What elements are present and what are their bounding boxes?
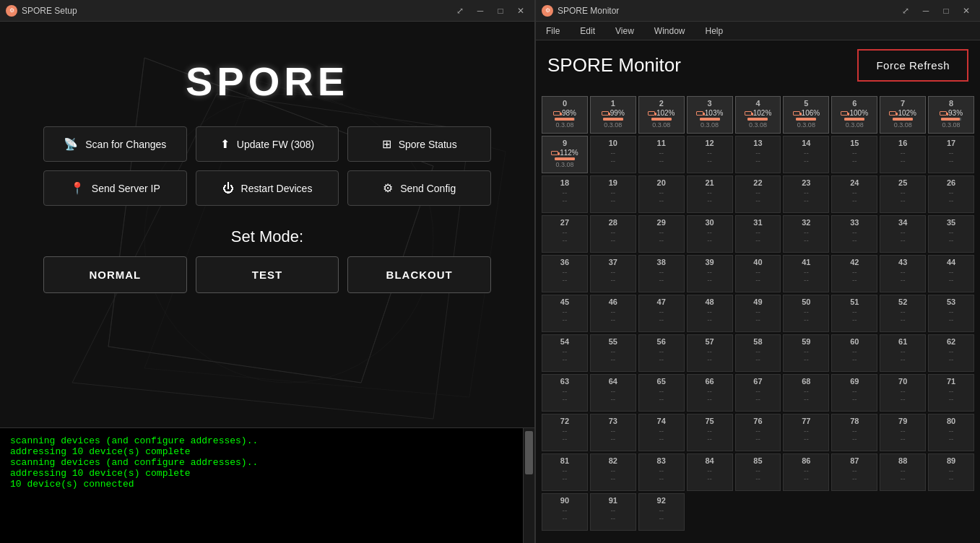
setup-close-btn[interactable]: ✕ xyxy=(513,5,529,17)
device-cell[interactable]: 28---- xyxy=(590,215,636,253)
device-cell[interactable]: 52---- xyxy=(880,295,926,332)
device-cell[interactable]: 14---- xyxy=(783,136,829,173)
menu-edit[interactable]: Edit xyxy=(576,25,599,38)
device-cell[interactable]: 42---- xyxy=(831,255,877,292)
device-cell[interactable]: 29---- xyxy=(638,215,685,253)
device-cell[interactable]: 18---- xyxy=(542,175,588,213)
device-cell[interactable]: 72---- xyxy=(542,414,588,451)
device-cell[interactable]: 21---- xyxy=(687,175,733,213)
device-cell[interactable]: 75---- xyxy=(687,414,733,451)
device-cell[interactable]: 11---- xyxy=(638,136,685,173)
device-cell[interactable]: 48---- xyxy=(687,295,733,332)
normal-mode-button[interactable]: NORMAL xyxy=(43,256,187,293)
device-cell[interactable]: 50---- xyxy=(783,295,829,332)
device-cell[interactable]: 10---- xyxy=(590,136,636,173)
device-cell[interactable]: 7 102%0.3.08 xyxy=(880,96,926,134)
device-cell[interactable]: 25---- xyxy=(880,175,926,213)
device-cell[interactable]: 24---- xyxy=(831,175,877,213)
device-cell[interactable]: 70---- xyxy=(880,374,926,412)
device-cell[interactable]: 8 93%0.3.08 xyxy=(928,96,974,134)
device-cell[interactable]: 71---- xyxy=(928,374,974,412)
device-cell[interactable]: 47---- xyxy=(638,295,685,332)
monitor-minimize-btn[interactable]: ─ xyxy=(918,5,934,17)
device-cell[interactable]: 40---- xyxy=(735,255,781,292)
device-cell[interactable]: 56---- xyxy=(638,334,685,372)
device-cell[interactable]: 60---- xyxy=(831,334,877,372)
device-cell[interactable]: 69---- xyxy=(831,374,877,412)
menu-file[interactable]: File xyxy=(542,25,564,38)
device-cell[interactable]: 63---- xyxy=(542,374,588,412)
device-cell[interactable]: 78---- xyxy=(831,414,877,451)
device-cell[interactable]: 36---- xyxy=(542,255,588,292)
monitor-resize-btn[interactable]: ⤢ xyxy=(898,5,914,17)
monitor-maximize-btn[interactable]: □ xyxy=(938,5,954,17)
device-cell[interactable]: 4 102%0.3.08 xyxy=(735,96,781,134)
send-server-ip-button[interactable]: 📍 Send Server IP xyxy=(43,170,187,206)
device-cell[interactable]: 43---- xyxy=(880,255,926,292)
device-cell[interactable]: 51---- xyxy=(831,295,877,332)
device-cell[interactable]: 17---- xyxy=(928,136,974,173)
device-cell[interactable]: 23---- xyxy=(783,175,829,213)
device-cell[interactable]: 79---- xyxy=(880,414,926,451)
device-cell[interactable]: 89---- xyxy=(928,453,974,491)
send-config-button[interactable]: ⚙ Send Config xyxy=(347,170,491,206)
device-cell[interactable]: 92---- xyxy=(638,493,685,531)
menu-view[interactable]: View xyxy=(611,25,638,38)
device-cell[interactable]: 1 99%0.3.08 xyxy=(590,96,636,134)
force-refresh-button[interactable]: Force Refresh xyxy=(857,49,968,82)
device-cell[interactable]: 85---- xyxy=(735,453,781,491)
device-cell[interactable]: 16---- xyxy=(880,136,926,173)
device-cell[interactable]: 65---- xyxy=(638,374,685,412)
device-cell[interactable]: 81---- xyxy=(542,453,588,491)
device-cell[interactable]: 57---- xyxy=(687,334,733,372)
device-cell[interactable]: 67---- xyxy=(735,374,781,412)
device-cell[interactable]: 53---- xyxy=(928,295,974,332)
update-fw-button[interactable]: ⬆ Update FW (308) xyxy=(196,126,339,162)
device-cell[interactable]: 66---- xyxy=(687,374,733,412)
device-cell[interactable]: 44---- xyxy=(928,255,974,292)
device-cell[interactable]: 39---- xyxy=(687,255,733,292)
device-cell[interactable]: 32---- xyxy=(783,215,829,253)
device-cell[interactable]: 82---- xyxy=(590,453,636,491)
device-cell[interactable]: 76---- xyxy=(735,414,781,451)
device-cell[interactable]: 41---- xyxy=(783,255,829,292)
device-cell[interactable]: 86---- xyxy=(783,453,829,491)
device-cell[interactable]: 31---- xyxy=(735,215,781,253)
scan-changes-button[interactable]: 📡 Scan for Changes xyxy=(43,126,187,162)
device-cell[interactable]: 77---- xyxy=(783,414,829,451)
device-cell[interactable]: 2 102%0.3.08 xyxy=(638,96,685,134)
console-scrollbar[interactable] xyxy=(523,428,534,543)
test-mode-button[interactable]: TEST xyxy=(196,256,339,293)
device-cell[interactable]: 49---- xyxy=(735,295,781,332)
monitor-window-controls[interactable]: ⤢ ─ □ ✕ xyxy=(898,5,974,17)
device-cell[interactable]: 30---- xyxy=(687,215,733,253)
menu-window[interactable]: Window xyxy=(650,25,690,38)
device-cell[interactable]: 37---- xyxy=(590,255,636,292)
device-cell[interactable]: 20---- xyxy=(638,175,685,213)
device-cell[interactable]: 22---- xyxy=(735,175,781,213)
device-cell[interactable]: 90---- xyxy=(542,493,588,531)
device-cell[interactable]: 54---- xyxy=(542,334,588,372)
device-grid-container[interactable]: 0 98%0.3.081 99%0.3.082 102%0.3.083 103%… xyxy=(536,90,980,543)
device-cell[interactable]: 59---- xyxy=(783,334,829,372)
setup-maximize-btn[interactable]: □ xyxy=(493,5,508,17)
device-cell[interactable]: 34---- xyxy=(880,215,926,253)
device-cell[interactable]: 15---- xyxy=(831,136,877,173)
device-cell[interactable]: 26---- xyxy=(928,175,974,213)
monitor-close-btn[interactable]: ✕ xyxy=(958,5,974,17)
restart-devices-button[interactable]: ⏻ Restart Devices xyxy=(196,170,339,206)
device-cell[interactable]: 68---- xyxy=(783,374,829,412)
device-cell[interactable]: 5 106%0.3.08 xyxy=(783,96,829,134)
device-cell[interactable]: 62---- xyxy=(928,334,974,372)
device-cell[interactable]: 73---- xyxy=(590,414,636,451)
device-cell[interactable]: 61---- xyxy=(880,334,926,372)
device-cell[interactable]: 12---- xyxy=(687,136,733,173)
device-cell[interactable]: 55---- xyxy=(590,334,636,372)
device-cell[interactable]: 80---- xyxy=(928,414,974,451)
menu-help[interactable]: Help xyxy=(701,25,728,38)
device-cell[interactable]: 38---- xyxy=(638,255,685,292)
device-cell[interactable]: 83---- xyxy=(638,453,685,491)
device-cell[interactable]: 33---- xyxy=(831,215,877,253)
device-cell[interactable]: 87---- xyxy=(831,453,877,491)
device-cell[interactable]: 35---- xyxy=(928,215,974,253)
